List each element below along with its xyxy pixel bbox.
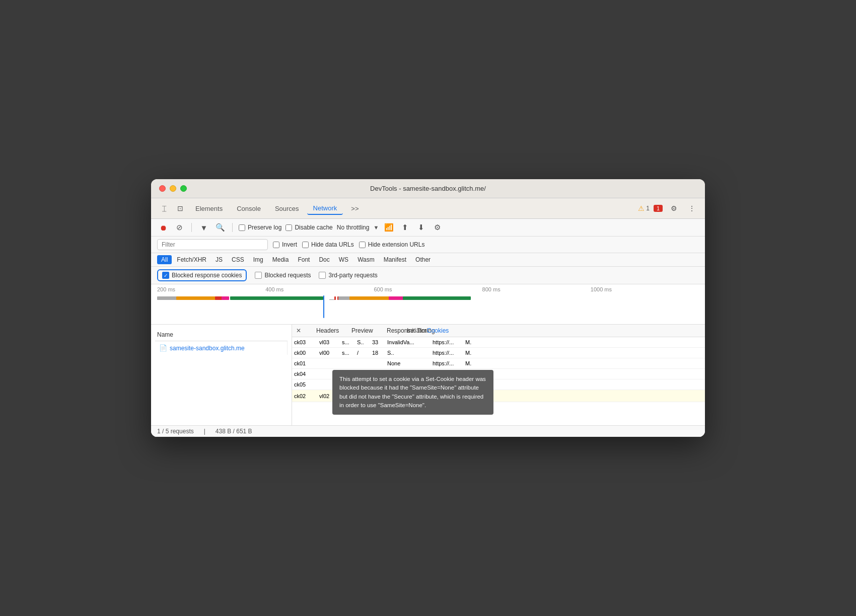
- title-bar: DevTools - samesite-sandbox.glitch.me/: [151, 179, 705, 198]
- settings2-icon[interactable]: ⚙: [431, 221, 443, 234]
- search-icon[interactable]: 🔍: [214, 221, 226, 234]
- file-list: Name 📄 samesite-sandbox.glitch.me: [155, 329, 288, 355]
- filter-input[interactable]: [157, 239, 268, 250]
- throttling-arrow[interactable]: ▼: [373, 224, 379, 230]
- bar-gray1: [157, 296, 177, 300]
- status-bar: 1 / 5 requests | 438 B / 651 B: [151, 425, 705, 437]
- cookie-blocked-tooltip: This attempt to set a cookie via a Set-C…: [332, 370, 493, 415]
- blocked-requests-filter[interactable]: Blocked requests: [255, 272, 311, 279]
- type-btn-font[interactable]: Font: [294, 255, 314, 264]
- type-btn-manifest[interactable]: Manifest: [380, 255, 410, 264]
- warning-icon: ⚠: [638, 204, 645, 212]
- device-icon[interactable]: ⊡: [173, 201, 187, 215]
- type-btn-css[interactable]: CSS: [228, 255, 248, 264]
- blocked-response-cookies-filter[interactable]: ✓ Blocked response cookies: [157, 269, 247, 281]
- invert-input[interactable]: [273, 242, 279, 248]
- type-btn-js[interactable]: JS: [211, 255, 227, 264]
- disable-cache-input[interactable]: [286, 224, 292, 231]
- cursor-icon[interactable]: ⌶: [157, 201, 171, 215]
- right-panel: ✕ Headers Preview Response Initiator Tim…: [292, 325, 705, 425]
- type-btn-doc[interactable]: Doc: [315, 255, 333, 264]
- ck01-url: https://...: [433, 360, 465, 366]
- devtools-window: DevTools - samesite-sandbox.glitch.me/ ⌶…: [151, 179, 705, 437]
- hide-data-urls-label: Hide data URLs: [311, 241, 354, 248]
- ck01-name: ck01: [294, 360, 319, 366]
- close-button[interactable]: [159, 185, 166, 192]
- tab-sources[interactable]: Sources: [269, 203, 305, 214]
- close-col-header[interactable]: ✕: [294, 325, 314, 337]
- ck00-samesite: S..: [387, 350, 433, 356]
- top-toolbar: ⌶ ⊡ Elements Console Sources Network >> …: [151, 198, 705, 219]
- cookies-table-header: ✕ Headers Preview Response Initiator Tim…: [292, 325, 705, 337]
- hide-ext-urls-checkbox[interactable]: Hide extension URLs: [359, 241, 425, 248]
- download-icon[interactable]: ⬇: [415, 221, 427, 234]
- initiator-col: Initiator: [405, 325, 415, 337]
- record-icon[interactable]: ⏺: [157, 221, 169, 234]
- response-col: Response: [385, 325, 405, 337]
- timeline-area: 200 ms 400 ms 600 ms 800 ms 1000 ms: [151, 284, 705, 325]
- cookie-filters-bar: ✓ Blocked response cookies Blocked reque…: [151, 267, 705, 284]
- wifi-icon[interactable]: 📶: [383, 221, 395, 234]
- minimize-button[interactable]: [170, 185, 176, 192]
- tab-elements[interactable]: Elements: [189, 203, 229, 214]
- tab-network[interactable]: Network: [307, 202, 343, 215]
- type-btn-media[interactable]: Media: [268, 255, 293, 264]
- type-btn-fetch[interactable]: Fetch/XHR: [173, 255, 210, 264]
- cookies-col: Cookies: [425, 325, 470, 337]
- tab-console[interactable]: Console: [231, 203, 267, 214]
- timeline-label-4: 800 ms: [482, 286, 591, 292]
- hide-data-urls-input[interactable]: [302, 242, 309, 248]
- preview-col: Preview: [349, 325, 385, 337]
- blocked-requests-label: Blocked requests: [264, 272, 311, 279]
- ck03-path: s...: [342, 339, 357, 345]
- preserve-log-input[interactable]: [239, 224, 245, 231]
- timeline-ruler: 200 ms 400 ms 600 ms 800 ms 1000 ms: [151, 284, 705, 294]
- preserve-log-checkbox[interactable]: Preserve log: [239, 224, 281, 231]
- traffic-lights: [159, 185, 187, 192]
- type-btn-wasm[interactable]: Wasm: [353, 255, 379, 264]
- type-btn-img[interactable]: Img: [249, 255, 267, 264]
- disable-cache-checkbox[interactable]: Disable cache: [286, 224, 332, 231]
- main-area: Name 📄 samesite-sandbox.glitch.me ✕ Head…: [151, 325, 705, 425]
- filter-row: Invert Hide data URLs Hide extension URL…: [151, 237, 705, 253]
- ck03-domain: S..: [357, 339, 372, 345]
- ck03-samesite: InvalidVa...: [387, 339, 433, 345]
- bar-green2: [403, 296, 471, 300]
- cookie-row-1[interactable]: ck03 vl03 s... S.. 33 InvalidVa... https…: [292, 337, 705, 348]
- maximize-button[interactable]: [180, 185, 187, 192]
- ck00-domain: /: [357, 350, 372, 356]
- ck04-name: ck04: [294, 371, 319, 377]
- type-btn-other[interactable]: Other: [411, 255, 435, 264]
- ck05-name: ck05: [294, 381, 319, 388]
- headers-col: Headers: [314, 325, 349, 337]
- clear-icon[interactable]: ⊘: [173, 221, 185, 234]
- type-btn-all[interactable]: All: [157, 255, 172, 264]
- bar-pink2: [389, 296, 404, 300]
- invert-checkbox[interactable]: Invert: [273, 241, 297, 248]
- separator2: [232, 223, 233, 232]
- ck03-url: https://...: [433, 339, 465, 345]
- cookie-row-3[interactable]: ck01 None https://... M.: [292, 358, 705, 369]
- file-row[interactable]: 📄 samesite-sandbox.glitch.me: [155, 341, 288, 355]
- third-party-filter[interactable]: 3rd-party requests: [319, 272, 377, 279]
- error-badge: 1: [654, 205, 663, 212]
- upload-icon[interactable]: ⬆: [399, 221, 411, 234]
- tab-more[interactable]: >>: [345, 203, 365, 214]
- separator: [191, 223, 192, 232]
- filter-icon[interactable]: ▼: [198, 221, 210, 234]
- hide-ext-urls-input[interactable]: [359, 242, 366, 248]
- more-icon[interactable]: ⋮: [685, 201, 699, 215]
- settings-icon[interactable]: ⚙: [667, 201, 681, 215]
- timeline-label-5: 1000 ms: [591, 286, 699, 292]
- hide-data-urls-checkbox[interactable]: Hide data URLs: [302, 241, 354, 248]
- ck00-name: ck00: [294, 350, 319, 356]
- throttling-label: No throttling: [337, 224, 370, 231]
- type-filters-bar: All Fetch/XHR JS CSS Img Media Font Doc …: [151, 253, 705, 267]
- divider-bar: |: [204, 428, 205, 435]
- bar-green: [230, 296, 323, 300]
- cookie-row-2[interactable]: ck00 vl00 s... / 18 S.. https://... M.: [292, 348, 705, 358]
- type-btn-ws[interactable]: WS: [335, 255, 352, 264]
- invert-label: Invert: [282, 241, 297, 248]
- timeline-label-1: 200 ms: [157, 286, 265, 292]
- timeline-bars: [157, 295, 699, 321]
